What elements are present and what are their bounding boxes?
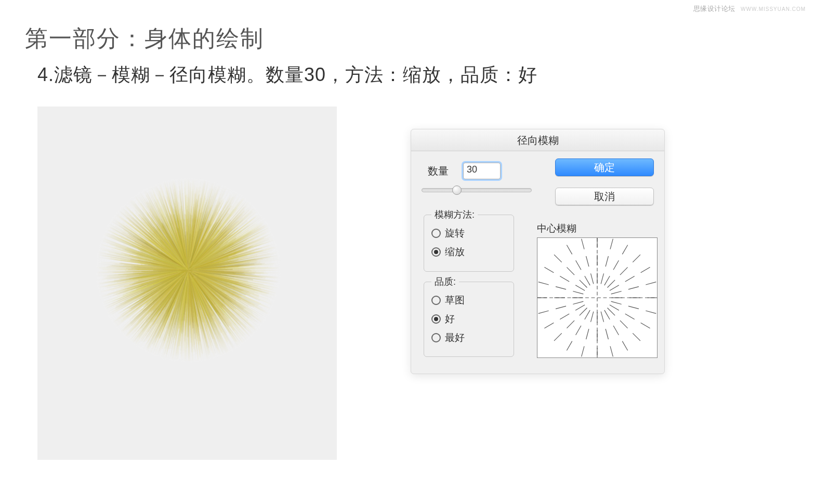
radial-blur-dialog: 径向模糊 数量 30 确定 取消 模糊方法: 旋转 缩放 品质: 草图 好 <box>411 129 665 374</box>
radio-label: 最好 <box>445 331 465 344</box>
svg-line-31 <box>554 333 562 341</box>
svg-line-17 <box>601 312 603 322</box>
svg-line-52 <box>567 245 572 254</box>
svg-line-10 <box>641 323 650 328</box>
svg-line-24 <box>586 329 589 339</box>
svg-line-8 <box>610 305 619 310</box>
svg-line-14 <box>604 310 610 320</box>
radio-label: 好 <box>445 312 455 326</box>
quality-group: 品质: 草图 好 最好 <box>424 282 514 357</box>
svg-line-72 <box>628 287 639 289</box>
svg-line-53 <box>590 273 593 284</box>
amount-value: 30 <box>467 164 477 175</box>
svg-line-15 <box>613 326 619 335</box>
svg-line-68 <box>610 285 619 290</box>
watermark: 思缘设计论坛 WWW.MISSYUAN.COM <box>693 4 806 14</box>
amount-slider[interactable] <box>422 188 532 192</box>
svg-line-23 <box>590 312 593 322</box>
ok-button[interactable]: 确定 <box>555 158 654 176</box>
radio-label: 旋转 <box>445 227 465 240</box>
svg-line-13 <box>633 333 640 341</box>
svg-line-6 <box>628 306 639 309</box>
svg-line-48 <box>567 267 574 275</box>
blur-center-preview[interactable] <box>537 237 658 358</box>
svg-line-64 <box>622 245 627 254</box>
quality-legend: 品质: <box>431 275 459 288</box>
svg-line-59 <box>601 273 603 284</box>
svg-line-28 <box>567 341 572 351</box>
radio-quality-good[interactable]: 好 <box>431 312 506 326</box>
svg-line-30 <box>567 321 574 328</box>
svg-line-37 <box>538 311 549 313</box>
svg-line-18 <box>606 329 608 339</box>
svg-line-51 <box>576 260 581 270</box>
svg-line-25 <box>582 346 584 356</box>
radio-label: 缩放 <box>445 245 465 259</box>
svg-line-47 <box>580 280 587 288</box>
svg-line-5 <box>611 301 622 304</box>
svg-line-19 <box>610 346 613 356</box>
radio-icon <box>431 314 441 324</box>
svg-line-54 <box>586 256 589 267</box>
svg-line-55 <box>582 239 584 249</box>
svg-line-33 <box>560 314 569 319</box>
radial-blur-result-image <box>92 174 284 366</box>
svg-line-26 <box>585 310 590 320</box>
cancel-button[interactable]: 取消 <box>555 188 654 205</box>
blur-method-group: 模糊方法: 旋转 缩放 <box>424 215 514 272</box>
amount-label: 数量 <box>428 164 449 178</box>
amount-row: 数量 30 <box>428 163 532 179</box>
svg-line-11 <box>608 308 615 316</box>
radio-method-zoom[interactable]: 缩放 <box>431 245 506 259</box>
svg-line-9 <box>625 314 635 319</box>
svg-line-32 <box>575 305 585 310</box>
svg-line-73 <box>646 282 656 285</box>
svg-line-42 <box>556 287 566 289</box>
svg-line-16 <box>622 341 627 351</box>
radio-icon <box>431 247 441 257</box>
svg-line-36 <box>556 306 566 309</box>
radio-quality-best[interactable]: 最好 <box>431 331 506 344</box>
svg-line-63 <box>613 260 619 270</box>
svg-line-49 <box>554 255 562 262</box>
dialog-title: 径向模糊 <box>411 129 664 151</box>
svg-line-67 <box>633 255 640 262</box>
svg-line-34 <box>544 323 554 328</box>
svg-line-61 <box>610 239 613 249</box>
svg-line-50 <box>585 276 590 285</box>
svg-line-71 <box>611 291 622 294</box>
preview-canvas <box>37 107 337 460</box>
svg-line-7 <box>646 311 656 313</box>
svg-line-66 <box>620 267 628 275</box>
tutorial-step-text: 4.滤镜－模糊－径向模糊。数量30，方法：缩放，品质：好 <box>37 62 537 88</box>
amount-slider-thumb[interactable] <box>452 185 462 195</box>
radio-method-spin[interactable]: 旋转 <box>431 227 506 240</box>
svg-line-45 <box>560 276 569 282</box>
radio-quality-draft[interactable]: 草图 <box>431 294 506 307</box>
amount-input[interactable]: 30 <box>463 163 501 179</box>
svg-line-35 <box>573 301 583 304</box>
radio-icon <box>431 229 441 238</box>
svg-line-70 <box>641 267 650 272</box>
blur-method-legend: 模糊方法: <box>431 208 478 221</box>
svg-line-46 <box>544 267 554 272</box>
svg-line-62 <box>604 276 610 285</box>
radio-label: 草图 <box>445 294 465 307</box>
svg-line-41 <box>573 291 583 294</box>
svg-line-65 <box>608 280 615 288</box>
watermark-text: 思缘设计论坛 <box>693 5 735 12</box>
svg-line-27 <box>576 326 581 335</box>
svg-line-29 <box>580 308 587 316</box>
watermark-site: WWW.MISSYUAN.COM <box>741 6 806 12</box>
svg-line-43 <box>538 282 549 285</box>
svg-line-60 <box>606 256 608 267</box>
radio-icon <box>431 333 441 342</box>
svg-line-69 <box>625 276 635 282</box>
page-title: 第一部分：身体的绘制 <box>25 23 264 54</box>
center-blur-label: 中心模糊 <box>537 222 576 235</box>
svg-line-44 <box>575 285 585 290</box>
svg-line-12 <box>620 321 628 328</box>
radio-icon <box>431 296 441 305</box>
